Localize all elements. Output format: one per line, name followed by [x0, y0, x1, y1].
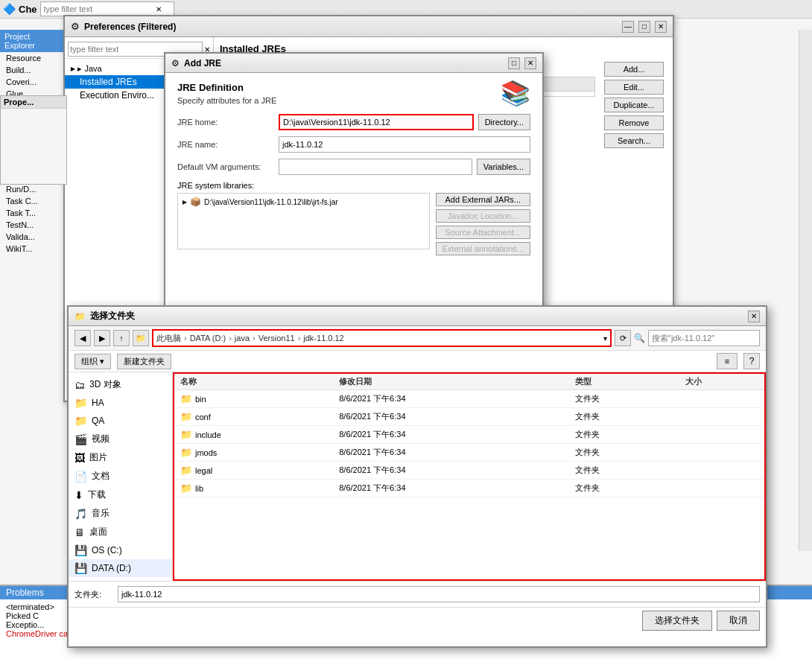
docs-icon: 📄 — [74, 471, 87, 483]
fc-cancel-btn[interactable]: 取消 — [717, 611, 760, 631]
close-btn[interactable]: ✕ — [655, 21, 667, 33]
fc-help-btn[interactable]: ? — [743, 353, 760, 369]
jre-libs-actions: Add External JARs... Javadoc Location...… — [436, 193, 530, 255]
fc-up-btn[interactable]: ↑ — [113, 330, 130, 346]
add-jre-header: JRE Definition Specify attributes for a … — [177, 82, 276, 114]
add-jre-min-btn[interactable]: □ — [508, 57, 520, 69]
fc-path-java[interactable]: java — [235, 334, 250, 343]
new-folder-btn[interactable]: 新建文件夹 — [117, 354, 171, 369]
properties-panel: Prope... — [0, 95, 67, 185]
tree-item-testn[interactable]: TestN... — [0, 219, 67, 231]
props-header: Prope... — [1, 96, 66, 109]
jre-home-label: JRE home: — [177, 118, 274, 127]
add-jre-dialog: ⚙ Add JRE □ ✕ JRE Definition Specify att… — [164, 52, 544, 320]
fc-sidebar-item-osc[interactable]: 💾 OS (C:) — [69, 541, 172, 559]
app-icon: 🔷 — [3, 3, 16, 15]
fc-col-type: 类型 — [569, 374, 679, 390]
fc-refresh-btn[interactable]: ⟳ — [615, 330, 631, 346]
jre-home-row: JRE home: Directory... — [177, 114, 530, 130]
add-jre-body: JRE Definition Specify attributes for a … — [165, 73, 542, 264]
fc-sidebar: 🗂 3D 对象 📁 HA 📁 QA 🎬 视频 🖼 图片 📄 文档 — [69, 372, 173, 581]
directory-button[interactable]: Directory... — [478, 114, 530, 130]
fc-sidebar-item-music[interactable]: 🎵 音乐 — [69, 504, 172, 523]
add-jre-section-title: JRE Definition — [177, 82, 276, 93]
fc-sidebar-item-qa[interactable]: 📁 QA — [69, 412, 172, 430]
tree-item-cover[interactable]: Coveri... — [0, 76, 67, 88]
search-icon: 🔍 — [634, 333, 645, 343]
fc-select-btn[interactable]: 选择文件夹 — [642, 611, 712, 631]
folder-icon: 🗂 — [74, 379, 85, 391]
jre-name-label: JRE name: — [177, 140, 274, 149]
fc-file-row[interactable]: 📁jmods 8/6/2021 下午6:34 文件夹 — [174, 444, 764, 462]
fc-file-row[interactable]: 📁conf 8/6/2021 下午6:34 文件夹 — [174, 408, 764, 426]
fc-filename-input[interactable] — [118, 586, 760, 602]
fc-path-data[interactable]: DATA (D:) — [190, 334, 226, 343]
download-icon: ⬇ — [74, 489, 83, 501]
source-btn[interactable]: Source Attachment... — [436, 226, 530, 239]
fc-parent-btn[interactable]: 📁 — [133, 330, 149, 346]
close-icon[interactable]: ✕ — [156, 5, 162, 13]
fc-sidebar-item-pictures[interactable]: 🖼 图片 — [69, 448, 172, 467]
fc-file-row[interactable]: 📁legal 8/6/2021 下午6:34 文件夹 — [174, 462, 764, 480]
add-button[interactable]: Add... — [604, 62, 664, 77]
fc-sidebar-item-ha[interactable]: 📁 HA — [69, 394, 172, 412]
folder-icon: 📁 — [74, 397, 87, 409]
jre-home-input[interactable] — [279, 114, 474, 130]
jres-buttons: Add... Edit... Duplicate... Remove Searc… — [601, 59, 667, 151]
ext-annotations-btn[interactable]: External annotations... — [436, 242, 530, 255]
add-jre-titlebar: ⚙ Add JRE □ ✕ — [165, 54, 542, 73]
fc-content-area: 名称 修改日期 类型 大小 📁bin 8/6/2021 下午6:34 文件夹 📁… — [173, 372, 766, 581]
fc-file-row[interactable]: 📁bin 8/6/2021 下午6:34 文件夹 — [174, 390, 764, 408]
fc-forward-btn[interactable]: ▶ — [94, 330, 110, 346]
default-vm-input[interactable] — [279, 159, 472, 175]
add-jre-close-btn[interactable]: ✕ — [524, 57, 536, 69]
fc-sidebar-item-datad[interactable]: 💾 DATA (D:) — [69, 559, 172, 577]
fc-file-row[interactable]: 📁include 8/6/2021 下午6:34 文件夹 — [174, 426, 764, 444]
default-vm-row: Default VM arguments: Variables... — [177, 159, 530, 175]
search-button[interactable]: Search... — [604, 133, 664, 148]
problems-tab[interactable]: Problems — [6, 588, 44, 598]
toolbar-label: Che — [19, 4, 37, 15]
tree-item-resource[interactable]: Resource — [0, 52, 67, 64]
fc-nav-bar: ◀ ▶ ↑ 📁 此电脑 › DATA (D:) › java › Version… — [69, 326, 766, 351]
path-sep-4: › — [298, 334, 301, 343]
tree-item-taskt[interactable]: Task T... — [0, 207, 67, 219]
javadoc-btn[interactable]: Javadoc Location... — [436, 209, 530, 223]
music-icon: 🎵 — [74, 508, 87, 520]
fc-sidebar-item-3d[interactable]: 🗂 3D 对象 — [69, 375, 172, 394]
tree-item-valid[interactable]: Valida... — [0, 231, 67, 243]
fc-path-dropdown[interactable]: ▾ — [603, 334, 607, 343]
organize-btn[interactable]: 组织 ▾ — [74, 354, 111, 369]
fc-back-btn[interactable]: ◀ — [74, 330, 91, 346]
duplicate-button[interactable]: Duplicate... — [604, 98, 664, 112]
fc-path-computer[interactable]: 此电脑 — [156, 333, 181, 344]
jre-lib-entry[interactable]: ▸ 📦 D:\java\Version11\jdk-11.0.12\lib\jr… — [180, 195, 428, 208]
edit-button[interactable]: Edit... — [604, 80, 664, 95]
top-filter-input[interactable] — [44, 4, 156, 13]
prefs-title: Preferences (Filtered) — [84, 22, 618, 32]
tree-item-taskc[interactable]: Task C... — [0, 195, 67, 207]
fc-sidebar-item-download[interactable]: ⬇ 下载 — [69, 486, 172, 504]
maximize-btn[interactable]: □ — [638, 21, 650, 33]
add-ext-jars-btn[interactable]: Add External JARs... — [436, 193, 530, 206]
fc-path-jdk[interactable]: jdk-11.0.12 — [303, 334, 343, 343]
variables-button[interactable]: Variables... — [477, 159, 530, 175]
video-icon: 🎬 — [74, 433, 87, 445]
tree-item-run[interactable]: Run/D... — [0, 183, 67, 195]
tree-item-build[interactable]: Build... — [0, 64, 67, 76]
fc-col-name: 名称 — [174, 374, 333, 390]
fc-path-version[interactable]: Version11 — [258, 334, 295, 343]
remove-button[interactable]: Remove — [604, 115, 664, 130]
fc-sidebar-item-desktop[interactable]: 🖥 桌面 — [69, 523, 172, 541]
fc-view-btn[interactable]: ≡ — [717, 353, 738, 369]
jre-name-input[interactable] — [279, 136, 530, 153]
minimize-btn[interactable]: — — [622, 21, 634, 33]
tree-item-wiki[interactable]: WikiT... — [0, 243, 67, 255]
file-chooser-dialog: 📁 选择文件夹 ✕ ◀ ▶ ↑ 📁 此电脑 › DATA (D:) › java… — [67, 305, 767, 648]
fc-file-row[interactable]: 📁lib 8/6/2021 下午6:34 文件夹 — [174, 480, 764, 497]
fc-sidebar-item-docs[interactable]: 📄 文档 — [69, 467, 172, 486]
chevron-right-icon: ▸ — [71, 63, 77, 74]
fc-sidebar-item-video[interactable]: 🎬 视频 — [69, 430, 172, 448]
fc-search-input[interactable] — [648, 330, 760, 346]
fc-close-btn[interactable]: ✕ — [748, 311, 760, 322]
